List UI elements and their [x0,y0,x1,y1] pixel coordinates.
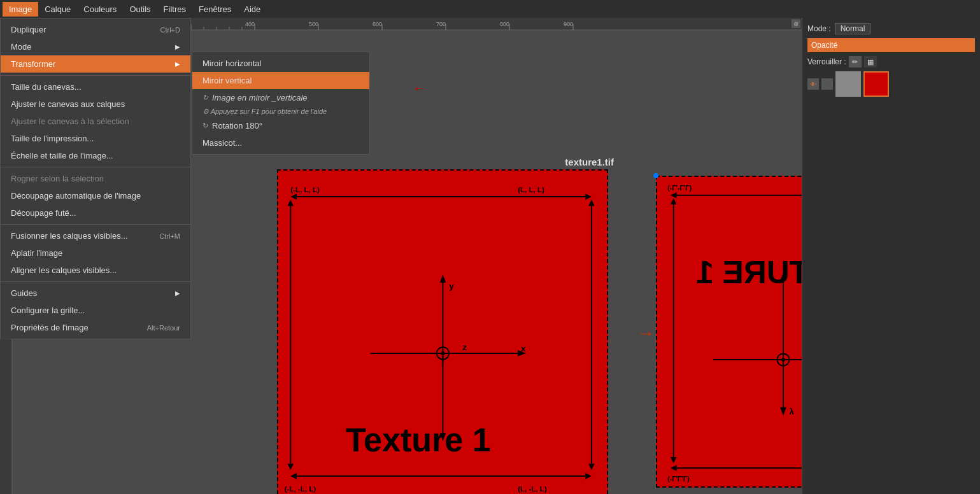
menu-dupliquer[interactable]: Dupliquer Ctrl+D [1,21,190,38]
mode-row: Mode : Normal [807,23,975,34]
submenu-miroir-h[interactable]: Miroir horizontal [192,55,369,72]
svg-marker-61 [671,465,677,472]
svg-text:λ: λ [790,407,795,416]
svg-text:500: 500 [309,21,318,27]
layer-thumbnail-empty [835,71,861,97]
image-dropdown-menu: Dupliquer Ctrl+D Mode Transformer Taille… [0,18,191,339]
svg-text:700: 700 [436,21,446,27]
submenu-massicot[interactable]: Massicot... [192,134,369,152]
svg-marker-27 [585,194,592,200]
submenu-miroir-verticale[interactable]: ↻ Image en miroir _verticale [192,89,369,106]
svg-marker-66 [671,457,677,463]
original-texture-svg: (-L, L, L) (L, L, L) (-L, -L, L) (L, -L,… [278,171,607,494]
menu-aplatir[interactable]: Aplatir l'image [1,244,190,262]
svg-text:(-L, L, L): (-L, L, L) [290,186,320,194]
menu-outils[interactable]: Outils [123,2,157,17]
layer-visibility-icon[interactable]: 👁 [807,78,819,90]
svg-marker-65 [671,198,677,204]
menu-decoupe-auto[interactable]: Découpage automatique de l'image [1,187,190,204]
svg-text:x: x [521,344,526,353]
red-arrow-indicator: ← [413,80,427,97]
svg-text:y: y [449,281,454,291]
svg-text:(-Γ'-Γ'Γ): (-Γ'-Γ'Γ) [667,184,692,192]
svg-text:(-Γ'Γ'Γ): (-Γ'Γ'Γ) [667,475,689,483]
svg-text:(L, L, L): (L, L, L) [518,186,544,194]
opacity-label: Opacité [811,41,837,50]
svg-text:z: z [462,342,467,352]
menu-echelle[interactable]: Échelle et taille de l'image... [1,147,190,164]
menu-couleurs[interactable]: Couleurs [77,2,123,17]
flipped-texture-svg: (-Γ'-Γ'Γ) (Γ'-Γ'Γ) (-Γ'Γ'Γ) (Γ'Γ'Γ) [657,177,802,486]
menu-aligner[interactable]: Aligner les calques visibles... [1,262,190,279]
svg-marker-43 [440,274,446,283]
mode-value[interactable]: Normal [835,23,871,34]
menu-ajuster-canevas[interactable]: Ajuster le canevas aux calques [1,95,190,113]
flipped-texture-box: (-Γ'-Γ'Γ) (Γ'-Γ'Γ) (-Γ'Γ'Γ) (Γ'Γ'Γ) [656,176,802,488]
svg-marker-57 [671,192,677,199]
svg-marker-28 [290,194,297,200]
menu-rogner: Rogner selon la sélection [1,170,190,187]
lock-icon-grid[interactable]: ▦ [864,56,877,67]
sep2 [1,167,190,167]
lock-label: Verrouiller : [807,57,846,66]
menu-guides[interactable]: Guides [1,285,190,302]
canvas-arrow: → [637,323,655,344]
svg-marker-32 [585,473,592,479]
canvas-anchor-dot [653,173,658,178]
svg-marker-37 [287,200,294,206]
flipped-texture-container: (-Γ'-Γ'Γ) (Γ'-Γ'Γ) (-Γ'Γ'Γ) (Γ'Γ'Γ) [656,176,802,494]
sep1 [1,75,190,76]
svg-text:TEXTURE 1: TEXTURE 1 [696,255,802,290]
menu-transformer[interactable]: Transformer [1,55,190,73]
transformer-submenu: Miroir horizontal Miroir vertical ↻ Imag… [192,52,370,155]
svg-text:600: 600 [373,21,382,27]
svg-text:800: 800 [500,21,509,27]
layer-thumbnail-red[interactable] [863,71,889,97]
submenu-miroir-v[interactable]: Miroir vertical [192,72,369,89]
menu-grille[interactable]: Configurer la grille... [1,302,190,319]
mode-label: Mode : [807,24,831,33]
menu-fenetres[interactable]: Fenêtres [192,2,238,17]
sep4 [1,281,190,282]
svg-text:400: 400 [245,21,255,27]
svg-text:Texture 1: Texture 1 [346,421,491,458]
svg-text:900: 900 [564,21,573,27]
menu-image[interactable]: Image [3,2,38,17]
svg-marker-41 [588,464,595,470]
svg-marker-71 [780,407,786,416]
menu-filtres[interactable]: Filtres [157,2,192,17]
menu-taille-canevas[interactable]: Taille du canevas... [1,78,190,95]
menu-fusionner[interactable]: Fusionner les calques visibles... Ctrl+M [1,227,190,244]
svg-text:(-L, -L, L): (-L, -L, L) [285,485,316,493]
lock-icon-pencil[interactable]: ✏ [849,56,862,67]
svg-marker-33 [290,473,297,479]
opacity-bar: Opacité [807,38,975,52]
menu-mode[interactable]: Mode [1,38,190,55]
menu-ajuster-selection: Ajuster le canevas à la sélection [1,113,190,130]
svg-text:(L, -L, L): (L, -L, L) [518,485,547,493]
original-texture-box: (-L, L, L) (L, L, L) (-L, -L, L) (L, -L,… [277,169,608,494]
menu-calque[interactable]: Calque [38,2,77,17]
submenu-rotation180[interactable]: ↻ Rotation 180° [192,117,369,134]
menu-decoupe-fute[interactable]: Découpage futé... [1,204,190,222]
original-texture-container: (-L, L, L) (L, L, L) (-L, -L, L) (L, -L,… [277,169,618,494]
sep3 [1,224,190,225]
layer-row: 👁 [807,71,975,97]
lock-row: Verrouiller : ✏ ▦ [807,56,975,67]
menu-taille-impression[interactable]: Taille de l'impression... [1,130,190,147]
menu-aide[interactable]: Aide [238,2,267,17]
menu-proprietes[interactable]: Propriétés de l'image Alt+Retour [1,319,190,336]
layer-chain-icon[interactable] [821,78,833,90]
svg-marker-38 [287,464,294,470]
image-title: texture1.tif [565,157,614,167]
menubar: Image Calque Couleurs Outils Filtres Fen… [0,0,980,18]
submenu-hint: ⚙ Appuyez sur F1 pour obtenir de l'aide [192,106,369,117]
right-panel: 📄 🟥 🖌 ✒ Mode : Normal Opacité Verrouille… [802,0,980,494]
svg-marker-40 [588,200,595,206]
ruler-scroll-icon[interactable]: ⊕ [792,19,800,28]
